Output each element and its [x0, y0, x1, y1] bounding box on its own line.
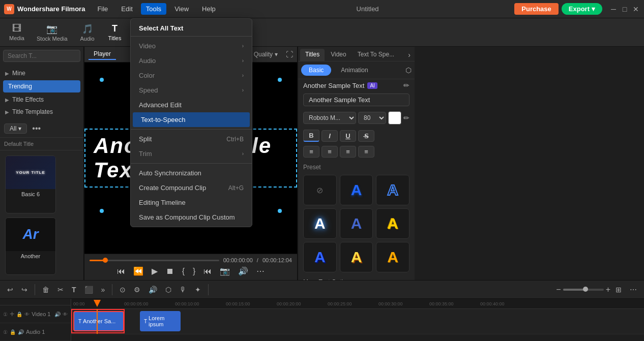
tool-stock-media[interactable]: 📷 Stock Media	[32, 21, 73, 44]
title-card-another[interactable]: Ar Another	[5, 218, 56, 275]
rp-preset-outline[interactable]: A	[376, 175, 409, 205]
tl-split-audio-button[interactable]: 🔊	[145, 285, 160, 295]
sidebar-item-templates[interactable]: ▶ Title Templates	[0, 106, 83, 118]
rp-align-justify-button[interactable]: ≡	[358, 146, 374, 158]
tl-delete-button[interactable]: 🗑	[39, 285, 52, 295]
tl-marker-button[interactable]: ⊙	[116, 285, 129, 295]
rp-preset-none[interactable]: ⊘	[303, 175, 337, 205]
selection-handle-br[interactable]	[278, 209, 282, 213]
tl-add-track-button[interactable]: +	[10, 309, 14, 319]
more-text-options[interactable]: More Text Options ▼	[298, 274, 415, 280]
sidebar-item-trending[interactable]: Trending	[3, 80, 80, 92]
tool-titles[interactable]: T Titles	[102, 21, 128, 43]
rp-bold-button[interactable]: B	[303, 130, 319, 142]
rp-preset-dark[interactable]: A	[340, 208, 373, 239]
rp-tab-titles[interactable]: Titles	[300, 49, 325, 61]
dd-color[interactable]: Color ›	[131, 68, 252, 83]
tl-eye2-button[interactable]: 👁	[63, 312, 68, 317]
dd-audio[interactable]: Audio ›	[131, 53, 252, 68]
skip-back-button[interactable]: ⏮	[114, 266, 128, 277]
tab-player[interactable]: Player	[89, 49, 116, 60]
rp-text-input-display[interactable]: Another Sample Text	[303, 94, 409, 106]
rp-color-picker[interactable]	[388, 111, 401, 125]
audio-button[interactable]: 🔊	[235, 265, 251, 277]
tl-more-button[interactable]: »	[98, 285, 108, 295]
dd-auto-sync[interactable]: Auto Synchronization	[131, 166, 252, 180]
more-ctrl-button[interactable]: ⋯	[253, 265, 268, 277]
rp-underline-button[interactable]: U	[340, 130, 356, 142]
menu-help[interactable]: Help	[197, 3, 221, 15]
rp-align-right-button[interactable]: ≡	[340, 146, 356, 158]
rp-tabs-more-button[interactable]: ›	[406, 49, 413, 61]
progress-track[interactable]	[90, 260, 219, 261]
filter-more-button[interactable]: •••	[30, 123, 43, 134]
tl-grid-button[interactable]: ⊞	[612, 285, 625, 295]
tl-zoom-in-button[interactable]: +	[606, 285, 610, 294]
tl-eye-button[interactable]: 👁	[24, 312, 30, 317]
tl-subtitle-button[interactable]: ⬡	[162, 285, 174, 295]
prev-clip-button[interactable]: ⏮	[200, 266, 215, 277]
progress-handle[interactable]	[103, 258, 108, 263]
tool-audio[interactable]: 🎵 Audio	[75, 21, 100, 44]
sidebar-item-mine[interactable]: ▶ Mine	[0, 67, 83, 79]
dd-text-to-speech[interactable]: Text-to-Speech	[133, 112, 250, 127]
fullscreen-button[interactable]: ⛶	[286, 50, 293, 58]
bracket-in-button[interactable]: {	[179, 266, 188, 277]
dd-video[interactable]: Video ›	[131, 39, 252, 53]
rp-edit-icon[interactable]: ✏	[403, 81, 409, 89]
rp-size-select[interactable]: 80	[358, 112, 386, 124]
maximize-button[interactable]: □	[621, 5, 629, 13]
tool-media[interactable]: 🎞 Media	[4, 21, 30, 43]
export-button[interactable]: Export ▾	[562, 3, 602, 15]
rp-preset-yellow[interactable]: A	[340, 242, 373, 272]
purchase-button[interactable]: Purchase	[514, 3, 559, 15]
rp-preset-glow[interactable]: A	[303, 208, 337, 239]
rp-preset-blue[interactable]: A	[340, 175, 373, 205]
tl-vol-button[interactable]: 🔊	[54, 312, 61, 317]
rp-strikethrough-button[interactable]: S̶	[358, 130, 374, 142]
rp-eyedrop-button[interactable]: ✏	[403, 114, 409, 122]
sidebar-item-effects[interactable]: ▶ Title Effects	[0, 94, 83, 106]
tl-clip-lorem[interactable]: T Lorem ipsum	[140, 311, 181, 331]
tl-clip-another[interactable]: T Another Sa...	[73, 311, 124, 331]
tl-ai-button[interactable]: ✦	[192, 285, 204, 295]
rp-subtab-animation[interactable]: Animation	[333, 65, 375, 76]
rp-align-left-button[interactable]: ≡	[303, 146, 319, 158]
dd-split[interactable]: Split Ctrl+B	[131, 132, 252, 146]
snapshot-button[interactable]: 📷	[217, 265, 233, 277]
tl-undo-button[interactable]: ↩	[4, 285, 16, 295]
dd-advanced-edit[interactable]: Advanced Edit	[131, 98, 252, 112]
dd-select-all-text[interactable]: Select All Text	[131, 21, 252, 37]
selection-handle-tl[interactable]	[100, 78, 104, 82]
tl-audio-vol-button[interactable]: 🔊	[18, 329, 24, 335]
tl-lock-button[interactable]: 🔒	[16, 312, 22, 317]
filter-all-button[interactable]: All ▾	[4, 123, 27, 134]
rp-align-center-button[interactable]: ≡	[321, 146, 338, 158]
tl-settings-button[interactable]: ⚙	[131, 285, 143, 295]
rp-font-select[interactable]: Roboto M...	[303, 112, 356, 124]
tl-voiceover-button[interactable]: 🎙	[177, 285, 190, 295]
prev-frame-button[interactable]: ⏪	[130, 265, 147, 277]
tl-cut-button[interactable]: ✂	[54, 285, 67, 295]
selection-handle-tr[interactable]	[278, 78, 282, 82]
rp-preset-3d[interactable]: A	[303, 242, 337, 272]
rp-subtab-more-button[interactable]: ⬡	[405, 65, 412, 76]
close-button[interactable]: ✕	[632, 5, 640, 13]
rp-preset-gold[interactable]: A	[376, 208, 409, 239]
menu-file[interactable]: File	[92, 3, 113, 15]
rp-tab-video[interactable]: Video	[326, 49, 351, 61]
tl-text-button[interactable]: T	[69, 285, 79, 295]
selection-handle-bl[interactable]	[100, 209, 104, 213]
tl-crop-button[interactable]: ⬛	[81, 285, 96, 295]
tl-audio-lock-button[interactable]: 🔒	[10, 329, 16, 335]
tl-zoom-slider[interactable]	[563, 289, 604, 291]
rp-preset-yellow2[interactable]: A	[376, 242, 409, 272]
dd-editing-timeline[interactable]: Editing Timeline	[131, 195, 252, 210]
tl-more2-button[interactable]: ⋯	[627, 285, 640, 295]
stop-button[interactable]: ⏹	[163, 266, 177, 277]
menu-tools[interactable]: Tools	[141, 3, 166, 15]
dd-compound[interactable]: Create Compound Clip Alt+G	[131, 180, 252, 195]
title-card-basic6[interactable]: YOUR TITLE Basic 6	[5, 156, 56, 213]
tl-zoom-handle[interactable]	[583, 287, 588, 292]
dd-save-compound[interactable]: Save as Compound Clip Custom	[131, 210, 252, 225]
